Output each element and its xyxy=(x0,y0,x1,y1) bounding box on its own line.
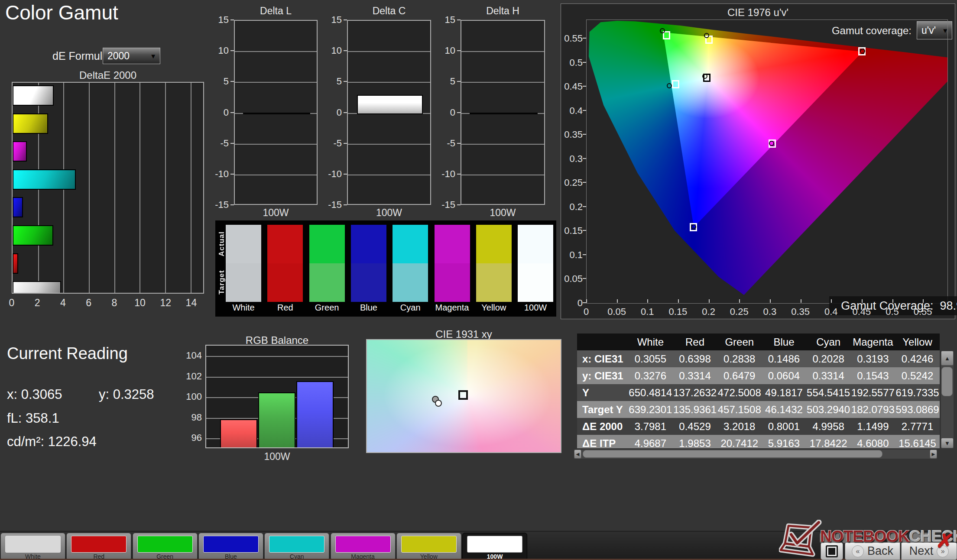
tick-mark xyxy=(862,299,863,303)
tick-mark xyxy=(344,112,347,113)
reading-x: x: 0.3065 xyxy=(7,387,62,402)
axis-tick-label: 0 xyxy=(209,107,229,117)
axis-tick-label: 0 xyxy=(3,297,20,308)
gridline xyxy=(235,82,317,83)
axis-tick-label: 0.25 xyxy=(562,177,583,188)
tick-mark xyxy=(583,206,586,207)
measurement-table: WhiteRedGreenBlueCyanMagentaYellowx: CIE… xyxy=(577,333,940,448)
axis-tick-label: 15 xyxy=(435,14,455,25)
axis-tick-label: 0.05 xyxy=(562,273,583,284)
axis-tick-label: 10 xyxy=(209,45,229,55)
table-cell: 2.7771 xyxy=(895,421,940,433)
axis-tick-label: 0.1 xyxy=(562,249,583,260)
bar-white xyxy=(13,85,54,106)
bar-red xyxy=(220,419,257,448)
tick-mark xyxy=(923,299,924,303)
gridline xyxy=(235,51,317,52)
row-label: Y xyxy=(577,387,628,399)
de-formula-value: 2000 xyxy=(103,50,150,62)
cie1931-title: CIE 1931 xy xyxy=(366,328,561,340)
tick-mark xyxy=(709,299,710,303)
axis-tick-label: 5 xyxy=(209,76,229,86)
chart-delta_h xyxy=(461,20,545,205)
column-header: Cyan xyxy=(806,336,851,348)
scroll-up-icon[interactable]: ▲ xyxy=(941,351,954,366)
notebookcheck-logo-icon xyxy=(779,520,822,560)
axis-tick-label: -5 xyxy=(435,138,455,148)
axis-tick-label: 0.15 xyxy=(562,225,583,236)
tick-mark xyxy=(892,299,893,303)
scroll-left-icon[interactable]: ◄ xyxy=(574,450,581,459)
table-cell: 0.1486 xyxy=(762,353,806,365)
row-label: ΔE ITP xyxy=(577,437,628,449)
scroll-right-icon[interactable]: ► xyxy=(930,450,937,459)
table-cell: 593.0869 xyxy=(895,404,940,416)
swatch-red xyxy=(267,225,303,301)
swatch-target xyxy=(309,263,345,302)
table-cell: 0.2028 xyxy=(806,353,851,365)
gridline xyxy=(348,82,430,83)
swatch-green xyxy=(309,225,345,301)
tick-mark xyxy=(583,182,586,183)
patch-tile-blue[interactable]: Blue xyxy=(198,533,263,560)
table-vscrollbar[interactable]: ▲ ▼ xyxy=(941,351,954,448)
axis-tick-label: 0.35 xyxy=(790,306,811,317)
patch-tile-100w[interactable]: 100W xyxy=(462,533,527,560)
table-cell: 46.1432 xyxy=(762,404,806,416)
tick-mark xyxy=(230,81,234,82)
bar-yellow xyxy=(13,113,48,134)
tick-mark xyxy=(457,204,461,205)
chart-delta_l xyxy=(234,20,318,205)
patch-tile-magenta[interactable]: Magenta xyxy=(331,533,396,560)
axis-tick-label: 0.05 xyxy=(606,306,628,317)
app-window: Color Gamut dE Formula: 2000 ▼ DeltaE 20… xyxy=(0,0,957,560)
reading-y: y: 0.3258 xyxy=(99,387,154,402)
patch-tile-yellow[interactable]: Yellow xyxy=(396,533,461,560)
gridline xyxy=(206,356,348,357)
axis-tick-label: 0.3 xyxy=(759,306,781,317)
axis-tick-label: 96 xyxy=(182,432,202,443)
stop-square-icon xyxy=(826,545,838,557)
gridline xyxy=(461,175,544,175)
table-cell: 0.1543 xyxy=(851,370,895,382)
patch-tile-cyan[interactable]: Cyan xyxy=(264,533,329,560)
axis-tick-label: 0 xyxy=(322,107,342,117)
axis-tick-label: 15 xyxy=(209,14,229,25)
tick-mark xyxy=(583,302,586,303)
reading-fl: fL: 358.1 xyxy=(7,411,59,426)
bar-magenta xyxy=(13,141,27,162)
patch-swatch xyxy=(5,536,61,553)
tick-mark xyxy=(230,19,234,20)
chart-title: Delta L xyxy=(217,5,335,16)
tick-mark xyxy=(344,50,347,51)
swatch-target xyxy=(351,263,386,302)
tick-mark xyxy=(586,299,587,303)
table-cell: 135.9361 xyxy=(673,404,717,416)
swatch-target xyxy=(476,263,512,302)
axis-label: 100W xyxy=(452,207,554,218)
actual-row-label: Actual xyxy=(217,225,226,263)
chart-title: Delta C xyxy=(330,5,448,16)
swatch-label: Red xyxy=(264,303,306,313)
patch-tile-red[interactable]: Red xyxy=(66,533,131,560)
table-cell: 20.7412 xyxy=(717,437,762,449)
tick-mark xyxy=(583,230,586,231)
deltae2000-x-axis: 02468101214 xyxy=(12,297,204,309)
table-cell: 0.4529 xyxy=(673,421,717,433)
patch-tile-green[interactable]: Green xyxy=(133,533,198,560)
de-formula-dropdown[interactable]: 2000 ▼ xyxy=(103,48,160,64)
swatch-100w xyxy=(518,225,553,301)
tick-mark xyxy=(344,81,347,82)
axis-tick-label: 104 xyxy=(182,350,202,360)
gridline xyxy=(461,82,544,83)
axis-tick-label: 15 xyxy=(322,14,342,25)
tick-mark xyxy=(583,158,586,159)
scroll-down-icon[interactable]: ▼ xyxy=(941,438,954,448)
table-cell: 4.9958 xyxy=(806,421,851,433)
patch-swatch xyxy=(71,536,127,553)
table-hscrollbar[interactable]: ◄ ► xyxy=(574,450,937,459)
tick-mark xyxy=(739,299,740,303)
tick-mark xyxy=(230,50,234,51)
row-label: ΔE 2000 xyxy=(577,421,628,433)
patch-tile-white[interactable]: White xyxy=(0,533,65,560)
